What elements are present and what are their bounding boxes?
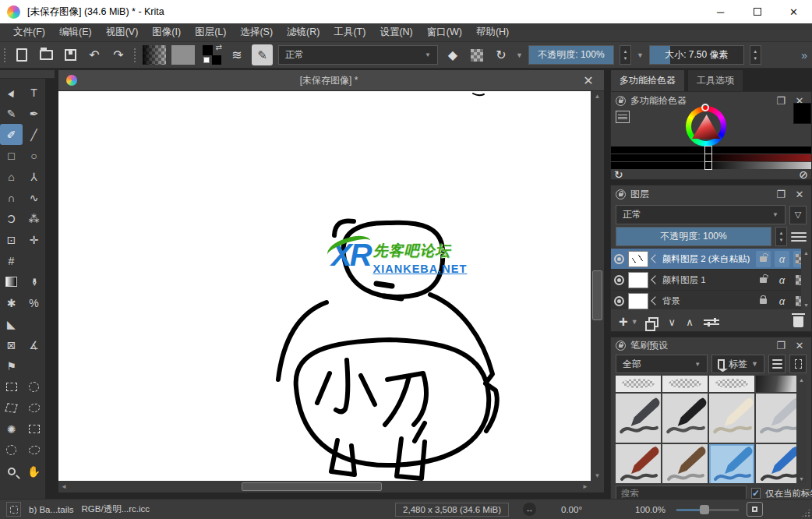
scroll-right-icon[interactable]: ►	[582, 483, 588, 490]
scroll-up-icon[interactable]: ▲	[595, 93, 601, 100]
tool-move[interactable]: ✛	[23, 229, 45, 250]
layer-thumbnail[interactable]	[628, 272, 648, 288]
menu-filter[interactable]: 滤镜(R)	[280, 23, 327, 41]
layer-alpha-lock-button[interactable]: α	[775, 251, 789, 267]
layer-thumbnail[interactable]	[628, 251, 648, 267]
zoom-slider-handle[interactable]	[700, 505, 709, 514]
blending-mode-dropdown[interactable]: 正常 ▼	[278, 45, 438, 65]
opacity-slider[interactable]: 不透明度: 100%	[528, 45, 614, 65]
tool-polygon[interactable]: ⌂	[0, 166, 23, 187]
brush-preset-watercolor-selected[interactable]	[709, 444, 754, 483]
menu-tools[interactable]: 工具(T)	[327, 23, 372, 41]
tool-pattern-edit[interactable]: ✱	[0, 292, 23, 313]
toolbar-overflow-button[interactable]: »	[801, 49, 809, 62]
undo-button[interactable]: ↶	[85, 46, 104, 65]
reload-preset-button[interactable]: ↻	[492, 46, 510, 65]
layer-row[interactable]: 颜料图层 2 (来自粘贴) α	[611, 249, 811, 270]
layer-row[interactable]: 颜料图层 1 α	[611, 270, 811, 291]
tool-color-sampler[interactable]: ✒	[23, 271, 45, 292]
tool-ellipse[interactable]: ○	[23, 145, 45, 166]
tool-freehand-select[interactable]	[23, 397, 45, 418]
layer-opacity-slider[interactable]: 不透明度: 100%	[616, 227, 771, 246]
eraser-mode-button[interactable]: ◆	[443, 46, 462, 65]
menu-window[interactable]: 窗口(W)	[420, 23, 469, 41]
float-docker-icon[interactable]: ❐	[774, 340, 788, 351]
brush-preset-pen[interactable]	[756, 394, 801, 443]
tool-rectangle[interactable]: □	[0, 145, 23, 166]
scroll-up-icon[interactable]: ▲	[799, 377, 804, 383]
current-brush-name[interactable]: b) Ba...tails	[29, 505, 74, 514]
layer-filter-button[interactable]: ▽	[789, 206, 807, 224]
canvas-rotation-dial[interactable]: ↔	[523, 503, 536, 516]
layer-row[interactable]: 背景 α	[611, 291, 811, 309]
preserve-alpha-button[interactable]	[468, 46, 486, 65]
toolbar-grip[interactable]	[3, 48, 7, 63]
layer-options-menu-icon[interactable]	[791, 232, 807, 242]
tool-ellipse-select[interactable]	[23, 376, 45, 397]
redo-button[interactable]: ↷	[109, 46, 128, 65]
layer-alpha-lock-button[interactable]: α	[775, 293, 789, 309]
tool-edit-shapes[interactable]: ✎	[0, 103, 23, 124]
tool-line[interactable]: ╱	[23, 124, 45, 145]
brush-preset-paintbrush[interactable]	[616, 444, 661, 483]
open-document-button[interactable]	[37, 46, 55, 65]
tool-freehand-brush[interactable]: ✐	[0, 124, 23, 145]
lock-icon[interactable]	[616, 341, 626, 351]
menu-settings[interactable]: 设置(N)	[372, 23, 419, 41]
menu-help[interactable]: 帮助(H)	[469, 23, 516, 41]
brush-preset-smudge[interactable]	[756, 376, 801, 392]
tool-magnetic-select[interactable]	[23, 440, 45, 461]
save-button[interactable]	[61, 46, 79, 65]
layer-opacity-spinner[interactable]: ▲▼	[775, 227, 787, 246]
foreground-background-colors[interactable]: ⇄	[200, 44, 222, 65]
gradient-chooser[interactable]	[143, 45, 166, 65]
presets-display-button[interactable]	[789, 355, 807, 373]
layer-lock-button[interactable]	[756, 293, 771, 309]
tool-polygon-select[interactable]	[0, 397, 23, 418]
scroll-left-icon[interactable]: ◄	[61, 483, 67, 490]
brush-preset-pen[interactable]	[662, 394, 708, 443]
brush-size-slider[interactable]: 大小: 7.50 像素	[649, 45, 744, 65]
chevron-down-icon[interactable]: ▼	[516, 51, 523, 59]
toolbox-tab[interactable]	[0, 70, 55, 79]
minimize-button[interactable]: ─	[702, 0, 739, 23]
layer-alpha-lock-button[interactable]: α	[775, 272, 789, 288]
brush-preset-pen[interactable]	[616, 394, 661, 443]
tab-tool-options[interactable]: 工具选项	[687, 69, 743, 91]
menu-view[interactable]: 视图(V)	[99, 23, 146, 41]
brush-preset-pencil[interactable]	[756, 444, 801, 483]
chevron-down-icon[interactable]: ▼	[637, 51, 644, 59]
horizontal-scroll-thumb[interactable]	[242, 482, 382, 491]
tool-calligraphy[interactable]: ✒	[23, 103, 45, 124]
close-button[interactable]: ✕	[775, 0, 812, 23]
toolbar-grip[interactable]	[133, 48, 137, 63]
tag-button[interactable]: 标签 ▼	[711, 355, 764, 373]
window-resize-grip[interactable]	[801, 508, 810, 517]
move-layer-up-button[interactable]: ∧	[686, 316, 694, 328]
zoom-slider[interactable]	[676, 504, 739, 515]
menu-select[interactable]: 选择(S)	[233, 23, 280, 41]
menu-file[interactable]: 文件(F)	[6, 23, 52, 41]
brush-tag-filter-dropdown[interactable]: 全部 ▼	[616, 355, 708, 373]
tool-multibrush[interactable]: ⁂	[23, 208, 45, 229]
canvas-vertical-scrollbar[interactable]: ▲ ▼	[591, 91, 604, 481]
tool-fill[interactable]: ◣	[0, 313, 23, 334]
close-docker-icon[interactable]: ✕	[793, 189, 807, 200]
menu-image[interactable]: 图像(I)	[145, 23, 188, 41]
tool-smart-patch[interactable]: %	[23, 292, 45, 313]
scroll-down-icon[interactable]: ▼	[803, 302, 809, 308]
menu-edit[interactable]: 编辑(E)	[52, 23, 99, 41]
brush-editor-button[interactable]: ✎	[252, 44, 273, 65]
layer-name[interactable]: 背景	[662, 295, 752, 307]
scroll-down-icon[interactable]: ▼	[799, 476, 804, 482]
lock-icon[interactable]	[616, 96, 626, 106]
add-layer-dropdown-icon[interactable]: ▼	[631, 318, 638, 326]
canvas-close-button[interactable]: ✕	[581, 73, 596, 88]
canvas-titlebar[interactable]: [未保存图像] * ✕	[58, 70, 604, 91]
tool-contiguous-select[interactable]: ✺	[0, 418, 23, 440]
no-color-icon[interactable]: ⊘	[799, 168, 808, 181]
scroll-up-icon[interactable]: ▲	[803, 250, 809, 256]
vertical-scroll-thumb[interactable]	[592, 270, 602, 320]
canvas[interactable]: XR 先客吧论坛 XIANKEBA.NET	[58, 91, 591, 481]
tool-pan[interactable]: ✋	[23, 461, 45, 482]
